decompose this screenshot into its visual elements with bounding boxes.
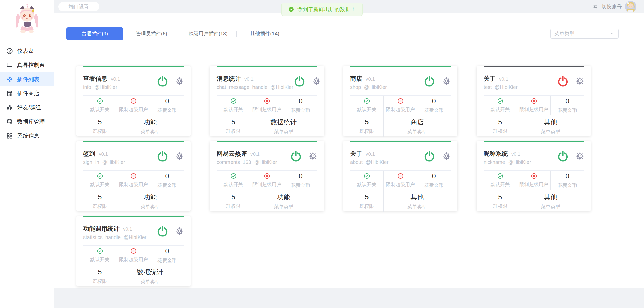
gear-icon: [576, 152, 584, 160]
stat-label: 限制超级用户: [519, 106, 548, 113]
gear-icon: [175, 227, 184, 235]
gear-icon: [576, 77, 584, 85]
plugin-card: 关于 v0.1 test @HibiKier: [477, 66, 591, 136]
sidebar-item-icon: [6, 118, 13, 125]
swap-arrows-icon: [592, 4, 599, 10]
power-toggle-button[interactable]: [293, 75, 306, 87]
power-toggle-button[interactable]: [557, 75, 569, 87]
plugin-card-grid: 查看信息 v0.1 info @HibiKier: [76, 66, 633, 286]
stat-value: 商店: [410, 118, 424, 127]
plugin-name: 功能调用统计: [83, 225, 120, 233]
plugin-version: v0.1: [123, 226, 132, 232]
stat-group-level: 5 群权限: [484, 190, 517, 212]
stat-limit-superuser: 限制超级用户: [384, 96, 417, 115]
card-status-bar: [484, 141, 584, 142]
power-toggle-button[interactable]: [156, 150, 169, 162]
plugin-tab[interactable]: 超级用户插件(18): [180, 27, 236, 40]
stat-value: 功能: [144, 193, 157, 202]
menu-type-select[interactable]: 菜单类型: [550, 29, 619, 39]
switch-account-button[interactable]: 切换账号: [592, 1, 636, 12]
plugin-stats: 默认开关 限制超级用户: [484, 170, 584, 212]
stat-value: 其他: [410, 193, 424, 202]
sidebar-item[interactable]: 系统信息: [0, 129, 54, 143]
stat-label: 菜单类型: [407, 129, 427, 135]
sidebar-item[interactable]: 好友/群组: [0, 101, 54, 115]
sidebar-item-label: 好友/群组: [17, 104, 41, 111]
plugin-module: sign_in: [83, 159, 99, 165]
stat-label: 限制超级用户: [252, 106, 281, 113]
sidebar-item[interactable]: 插件商店: [0, 86, 54, 101]
card-status-bar: [217, 66, 317, 67]
plugin-card: 查看信息 v0.1 info @HibiKier: [76, 66, 191, 136]
card-status-bar: [83, 141, 184, 142]
plugin-author: @HibiKier: [364, 84, 387, 90]
stat-label: 群权限: [493, 128, 507, 135]
check-circle-icon: [97, 248, 103, 254]
stat-label: 限制超级用户: [519, 181, 548, 188]
plugin-name: 签到: [83, 150, 95, 158]
plugin-card: 签到 v0.1 sign_in @HibiKier: [76, 141, 191, 211]
stat-value: 0: [298, 97, 303, 105]
stat-label: 菜单类型: [141, 129, 160, 135]
success-check-icon: [288, 6, 294, 12]
stat-group-level: 5 群权限: [217, 115, 250, 137]
plugin-tab[interactable]: 管理员插件(6): [123, 27, 180, 40]
stat-cost-gold: 0 花费金币: [551, 171, 584, 190]
power-toggle-button[interactable]: [156, 75, 169, 87]
stat-label: 花费金币: [558, 107, 577, 114]
plugin-card: 商店 v0.1 shop @HibiKier: [343, 66, 457, 136]
stat-limit-superuser: 限制超级用户: [250, 96, 284, 115]
settings-button[interactable]: [175, 227, 184, 235]
stat-label: 限制超级用户: [119, 106, 148, 113]
power-toggle-button[interactable]: [290, 150, 302, 162]
stat-value: 0: [165, 172, 169, 180]
plugin-module: test: [484, 84, 492, 90]
plugin-version: v0.1: [366, 76, 375, 82]
settings-button[interactable]: [309, 152, 317, 160]
sidebar-item-icon: [6, 132, 13, 139]
gear-icon: [309, 152, 317, 160]
stat-label: 花费金币: [157, 107, 177, 114]
sidebar-nav: 仪表盘: [0, 44, 54, 143]
switch-account-label: 切换账号: [602, 3, 622, 10]
settings-button[interactable]: [175, 77, 184, 85]
power-toggle-button[interactable]: [423, 75, 435, 87]
app-root: 仪表盘: [0, 0, 644, 308]
stat-default-switch: 默认开关: [350, 171, 384, 190]
x-circle-icon: [397, 173, 404, 179]
user-avatar[interactable]: [625, 1, 636, 12]
stat-group-level: 5 群权限: [83, 190, 117, 212]
plugin-name: 关于: [484, 75, 496, 83]
sidebar-item[interactable]: 插件列表: [0, 72, 54, 86]
settings-button[interactable]: [442, 152, 451, 160]
plugin-version: v0.1: [499, 76, 508, 82]
x-circle-icon: [531, 173, 537, 179]
plugin-module: shop: [350, 84, 361, 90]
power-toggle-button[interactable]: [557, 150, 569, 162]
power-toggle-button[interactable]: [156, 225, 169, 237]
sidebar-item[interactable]: 数据库管理: [0, 115, 54, 129]
card-status-bar: [83, 216, 184, 217]
sidebar: 仪表盘: [0, 0, 54, 308]
sidebar-item[interactable]: 真寻控制台: [0, 58, 54, 72]
stat-value: 其他: [544, 118, 557, 127]
stat-cost-gold: 0 花费金币: [417, 96, 451, 115]
sidebar-item[interactable]: 仪表盘: [0, 44, 54, 58]
stat-label: 群权限: [493, 203, 507, 210]
plugin-tab[interactable]: 其他插件(14): [236, 27, 293, 40]
stat-label: 花费金币: [424, 182, 444, 189]
port-settings-button[interactable]: 端口设置: [58, 2, 99, 11]
stat-value: 数据统计: [137, 268, 163, 277]
settings-button[interactable]: [175, 152, 184, 160]
stat-cost-gold: 0 花费金币: [150, 246, 184, 265]
stat-default-switch: 默认开关: [217, 171, 250, 190]
settings-button[interactable]: [576, 152, 584, 160]
plugin-tab[interactable]: 普通插件(9): [66, 27, 123, 40]
power-toggle-button[interactable]: [423, 150, 435, 162]
plugin-module: comments_163: [217, 159, 251, 165]
settings-button[interactable]: [576, 77, 584, 85]
settings-button[interactable]: [442, 77, 451, 85]
settings-button[interactable]: [312, 77, 321, 85]
sidebar-item-icon: [6, 76, 13, 83]
sidebar-item-icon: [6, 90, 13, 97]
